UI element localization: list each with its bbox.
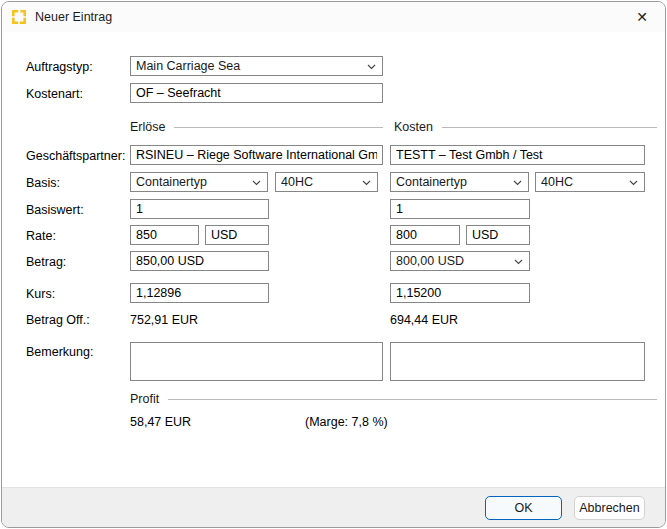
cancel-button[interactable]: Abbrechen	[574, 496, 645, 520]
chevron-down-icon	[512, 177, 523, 188]
kosten-basis-typ-value: Containertyp	[396, 175, 509, 189]
chevron-down-icon	[361, 177, 372, 188]
close-icon[interactable]: ✕	[619, 2, 665, 32]
profit-header-label: Profit	[130, 392, 159, 406]
erloese-basis-typ-value: Containertyp	[136, 175, 248, 189]
kosten-basis-typ-select[interactable]: Containertyp	[390, 172, 529, 192]
basis-label: Basis:	[26, 176, 60, 190]
kosten-basis-wert-select[interactable]: 40HC	[535, 172, 645, 192]
bemerkung-label: Bemerkung:	[26, 345, 93, 359]
ok-button[interactable]: OK	[485, 496, 562, 520]
kurs-label: Kurs:	[26, 287, 55, 301]
erloese-rate-currency-input[interactable]	[205, 225, 269, 245]
chevron-down-icon	[513, 256, 524, 267]
erloese-basis-wert-select[interactable]: 40HC	[275, 172, 378, 192]
auftragstyp-value: Main Carriage Sea	[136, 59, 363, 73]
new-entry-dialog: Neuer Eintrag ✕ Auftragstyp: Main Carria…	[1, 1, 666, 528]
profit-marge: (Marge: 7,8 %)	[305, 415, 388, 429]
kosten-header-rule	[442, 127, 657, 128]
kosten-kurs-input[interactable]	[390, 283, 530, 303]
kostenart-label: Kostenart:	[26, 87, 83, 101]
kosten-rate-input[interactable]	[390, 225, 460, 245]
profit-group-header: Profit	[130, 392, 657, 406]
kosten-rate-currency-input[interactable]	[466, 225, 530, 245]
profit-value: 58,47 EUR	[130, 415, 191, 429]
basiswert-label: Basiswert:	[26, 203, 84, 217]
rate-label: Rate:	[26, 229, 56, 243]
app-logo-icon	[11, 9, 27, 25]
erloese-basiswert-input[interactable]	[130, 199, 269, 219]
geschaeftspartner-label: Geschäftspartner:	[26, 149, 125, 163]
kosten-betrag-value: 800,00 USD	[396, 254, 510, 268]
betrag-off-label: Betrag Off.:	[26, 313, 90, 327]
erloese-betrag-input[interactable]	[130, 251, 269, 271]
button-bar: OK Abbrechen	[2, 487, 665, 527]
erloese-rate-input[interactable]	[130, 225, 199, 245]
kosten-geschaeftspartner-input[interactable]	[390, 145, 645, 165]
kosten-betrag-off-value: 694,44 EUR	[390, 313, 458, 327]
kosten-basiswert-input[interactable]	[390, 199, 530, 219]
profit-header-rule	[168, 399, 657, 400]
kostenart-input[interactable]	[130, 83, 383, 103]
dialog-title: Neuer Eintrag	[35, 10, 112, 24]
erloese-kurs-input[interactable]	[130, 283, 269, 303]
erloese-group-header: Erlöse	[130, 120, 383, 134]
erloese-header-label: Erlöse	[130, 120, 165, 134]
erloese-betrag-off-value: 752,91 EUR	[130, 313, 198, 327]
kosten-group-header: Kosten	[394, 120, 657, 134]
auftragstyp-select[interactable]: Main Carriage Sea	[130, 56, 383, 76]
chevron-down-icon	[251, 177, 262, 188]
erloese-basis-wert-value: 40HC	[281, 175, 358, 189]
kosten-header-label: Kosten	[394, 120, 433, 134]
chevron-down-icon	[366, 61, 377, 72]
kosten-betrag-select[interactable]: 800,00 USD	[390, 251, 530, 271]
erloese-header-rule	[174, 127, 383, 128]
kosten-bemerkung-textarea[interactable]	[390, 342, 645, 381]
erloese-basis-typ-select[interactable]: Containertyp	[130, 172, 268, 192]
betrag-label: Betrag:	[26, 255, 66, 269]
kosten-basis-wert-value: 40HC	[541, 175, 625, 189]
auftragstyp-label: Auftragstyp:	[26, 60, 93, 74]
titlebar: Neuer Eintrag ✕	[2, 2, 665, 32]
erloese-geschaeftspartner-input[interactable]	[130, 145, 383, 165]
chevron-down-icon	[628, 177, 639, 188]
erloese-bemerkung-textarea[interactable]	[130, 342, 383, 381]
